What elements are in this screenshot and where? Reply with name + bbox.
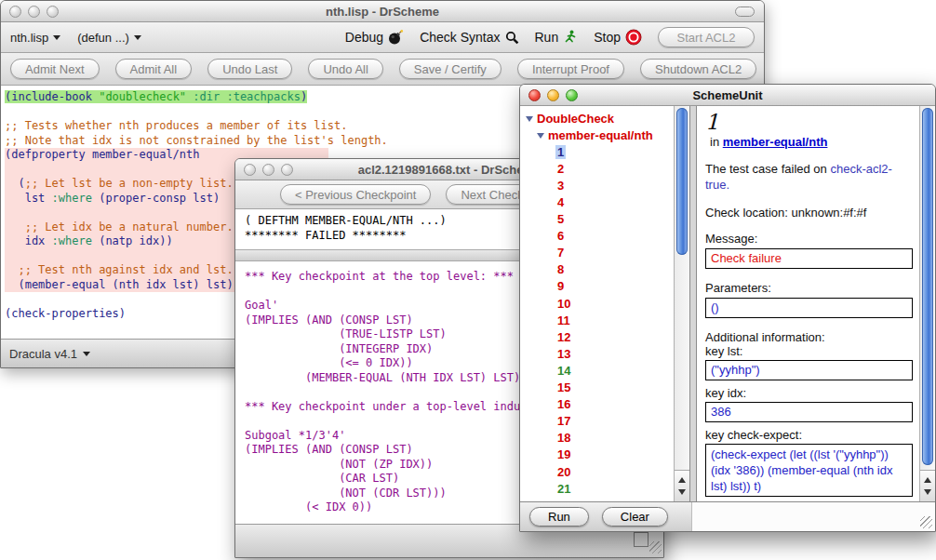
language-label: Dracula v4.1 <box>9 347 77 361</box>
shutdown-acl2-button[interactable]: Shutdown ACL2 <box>640 59 756 79</box>
stop-icon <box>625 29 642 46</box>
traffic-lights <box>528 89 578 101</box>
toolbar-actions: Debug Check Syntax <box>345 27 755 47</box>
tree-case-item[interactable]: 2 <box>526 160 674 177</box>
tree-root-item[interactable]: DoubleCheck <box>526 110 674 127</box>
debug-button[interactable]: Debug <box>345 30 404 45</box>
schemeunit-main: DoubleCheck member-equal/nth 12345678910… <box>520 106 935 501</box>
tree-case-item[interactable]: 1 <box>526 143 674 160</box>
check-syntax-label: Check Syntax <box>420 30 500 45</box>
tree-case-item[interactable]: 7 <box>526 245 674 261</box>
run-button[interactable]: Run <box>535 30 579 45</box>
tree-case-item[interactable]: 9 <box>526 278 674 295</box>
bottom-status-strip <box>691 502 935 531</box>
tree-group-label: member-equal/nth <box>548 128 653 142</box>
failure-prefix: The test case failed on <box>705 162 830 176</box>
editor-toolbar: nth.lisp (defun ...) Debug <box>1 22 764 53</box>
parameters-field[interactable]: () <box>705 298 913 318</box>
key-lst-label: key lst: <box>705 344 914 358</box>
message-label: Message: <box>705 232 914 246</box>
file-dropdown[interactable]: nth.lisp <box>10 31 60 45</box>
toolbar-toggle-button[interactable] <box>735 7 755 17</box>
admit-all-button[interactable]: Admit All <box>115 59 193 79</box>
zoom-button[interactable] <box>47 6 59 18</box>
resize-grip-icon[interactable] <box>649 541 662 553</box>
scroll-down-icon[interactable] <box>924 489 931 495</box>
disclosure-triangle-icon[interactable] <box>537 133 544 139</box>
close-button[interactable] <box>528 89 541 101</box>
tree-case-item[interactable]: 17 <box>526 413 674 430</box>
tree-case-item[interactable]: 14 <box>526 362 674 379</box>
tree-case-item[interactable]: 16 <box>526 396 674 413</box>
tree-case-item[interactable]: 21 <box>526 480 674 497</box>
tree-case-item[interactable]: 3 <box>526 177 674 193</box>
tree-case-item[interactable]: 11 <box>526 312 674 328</box>
stop-button[interactable]: Stop <box>594 29 642 46</box>
test-detail-pane: 1 in member-equal/nth The test case fail… <box>696 106 935 501</box>
language-dropdown[interactable]: Dracula v4.1 <box>9 347 90 361</box>
in-prefix: in <box>710 135 723 149</box>
scroll-up-icon[interactable] <box>924 477 931 483</box>
run-tests-button[interactable]: Run <box>529 507 589 527</box>
tree-case-item[interactable]: 20 <box>526 463 674 480</box>
previous-checkpoint-button[interactable]: < Previous Checkpoint <box>280 184 431 205</box>
window-title: nth.lisp - DrScheme <box>1 5 764 19</box>
undo-last-button[interactable]: Undo Last <box>207 59 292 79</box>
close-button[interactable] <box>244 164 256 176</box>
message-field[interactable]: Check failure <box>705 248 913 269</box>
schemeunit-titlebar[interactable]: SchemeUnit <box>520 85 935 106</box>
parameters-label: Parameters: <box>705 281 914 295</box>
status-square-widget[interactable] <box>634 532 649 547</box>
minimize-button[interactable] <box>547 89 559 101</box>
case-link[interactable]: member-equal/nth <box>723 135 828 149</box>
disclosure-triangle-icon[interactable] <box>526 116 533 122</box>
key-idx-label: key idx: <box>705 386 914 400</box>
scrollbar-thumb[interactable] <box>676 108 688 255</box>
start-acl2-button[interactable]: Start ACL2 <box>658 27 755 47</box>
tree-case-item[interactable]: 19 <box>526 447 674 463</box>
magnifier-icon <box>505 31 519 45</box>
tree-case-item[interactable]: 13 <box>526 345 674 362</box>
key-idx-field[interactable]: 386 <box>705 402 913 422</box>
tree-case-item[interactable]: 18 <box>526 430 674 447</box>
defun-dropdown[interactable]: (defun ...) <box>77 31 141 45</box>
key-check-expect-field[interactable]: (check-expect (let ((lst '("yyhhp")) (id… <box>705 444 913 497</box>
zoom-button[interactable] <box>566 89 578 101</box>
tree-case-item[interactable]: 6 <box>526 228 674 245</box>
clear-button[interactable]: Clear <box>602 507 668 527</box>
acl2-button-row: Admit Next Admit All Undo Last Undo All … <box>1 53 764 86</box>
tree-case-item[interactable]: 4 <box>526 193 674 210</box>
tree-case-item[interactable]: 8 <box>526 261 674 278</box>
scrollbar-thumb[interactable] <box>922 108 933 465</box>
undo-all-button[interactable]: Undo All <box>308 59 382 79</box>
tree-case-item[interactable]: 5 <box>526 211 674 228</box>
check-syntax-button[interactable]: Check Syntax <box>420 30 518 45</box>
resize-grip-icon[interactable] <box>920 516 932 528</box>
close-button[interactable] <box>9 6 21 18</box>
key-lst-field[interactable]: ("yyhhp") <box>705 360 913 380</box>
scrollbar-arrows <box>920 470 935 501</box>
admit-next-button[interactable]: Admit Next <box>10 59 100 79</box>
chevron-down-icon <box>83 352 90 356</box>
tree-scrollbar[interactable] <box>674 106 689 501</box>
editor-titlebar[interactable]: nth.lisp - DrScheme <box>1 1 764 22</box>
tree-case-item[interactable]: 15 <box>526 380 674 396</box>
detail-scrollbar[interactable] <box>919 106 935 501</box>
save-certify-button[interactable]: Save / Certify <box>399 59 501 79</box>
zoom-button[interactable] <box>281 164 293 176</box>
interrupt-proof-button[interactable]: Interrupt Proof <box>517 59 624 79</box>
scroll-up-icon[interactable] <box>678 477 686 483</box>
tree-case-item[interactable]: 12 <box>526 328 674 345</box>
minimize-button[interactable] <box>262 164 274 176</box>
minimize-button[interactable] <box>28 6 40 18</box>
bomb-icon <box>388 30 404 45</box>
chevron-down-icon <box>53 35 60 40</box>
scroll-down-icon[interactable] <box>678 489 686 495</box>
failure-description: The test case failed on check-acl2-true. <box>705 161 914 193</box>
debug-label: Debug <box>345 30 383 45</box>
tree-group-item[interactable]: member-equal/nth <box>526 127 674 143</box>
case-number-heading: 1 <box>705 110 914 134</box>
tree-case-item[interactable]: 10 <box>526 295 674 312</box>
test-detail: 1 in member-equal/nth The test case fail… <box>697 106 919 501</box>
schemeunit-bottombar: Run Clear <box>520 501 935 531</box>
